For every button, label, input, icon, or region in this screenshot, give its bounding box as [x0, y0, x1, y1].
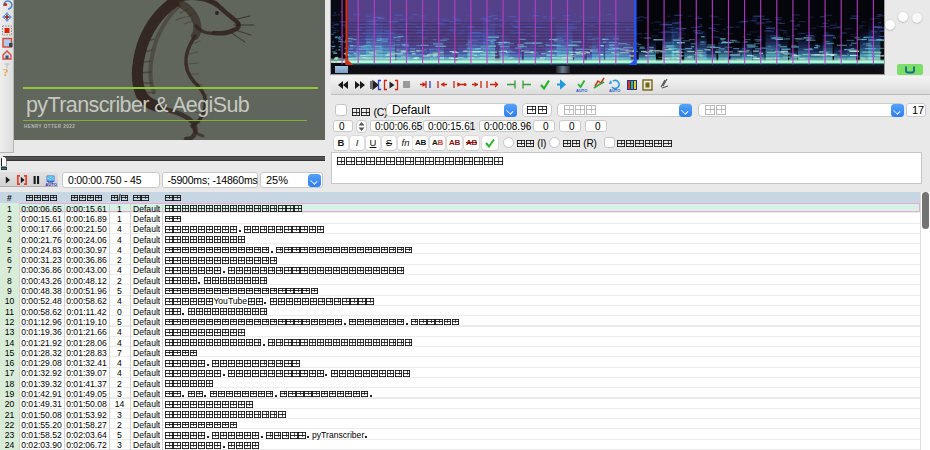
svg-text:?: ?	[3, 66, 9, 78]
svg-text:AUTO: AUTO	[576, 88, 587, 93]
svg-text:AUTO: AUTO	[609, 88, 620, 93]
svg-text:AUTO: AUTO	[45, 181, 58, 186]
